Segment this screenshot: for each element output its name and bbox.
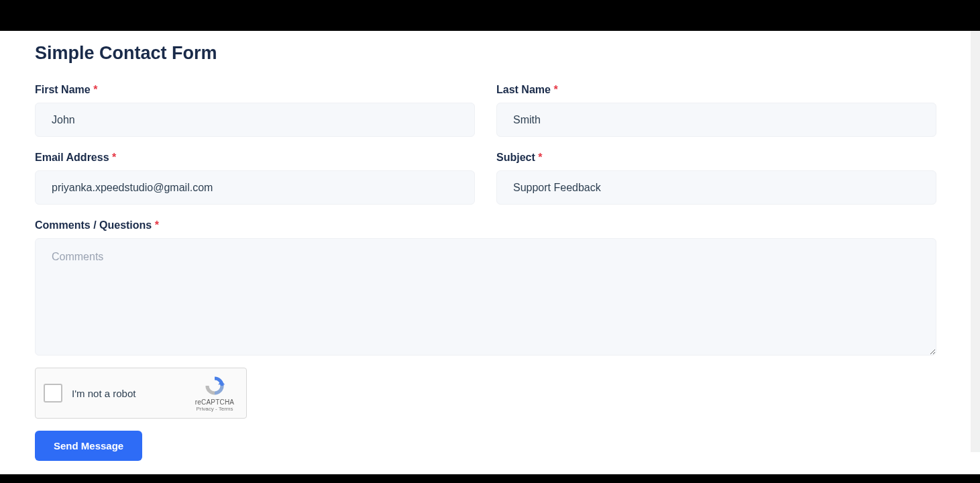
last-name-group: Last Name * xyxy=(496,84,936,137)
required-star: * xyxy=(93,84,97,95)
email-label: Email Address * xyxy=(35,152,475,164)
send-message-button[interactable]: Send Message xyxy=(35,431,142,461)
top-bar xyxy=(0,0,980,31)
recaptcha-logo-section: reCAPTCHA Privacy - Terms xyxy=(191,374,238,412)
comments-group: Comments / Questions * xyxy=(35,219,936,358)
recaptcha-icon xyxy=(203,374,226,397)
comments-label: Comments / Questions * xyxy=(35,219,936,231)
subject-label: Subject * xyxy=(496,152,936,164)
subject-label-text: Subject xyxy=(496,152,535,163)
comments-textarea[interactable] xyxy=(35,238,936,356)
form-row-1: First Name * Last Name * xyxy=(35,84,936,137)
subject-input[interactable] xyxy=(496,170,936,205)
required-star: * xyxy=(538,152,542,163)
bottom-bar xyxy=(0,474,980,483)
required-star: * xyxy=(112,152,116,163)
subject-group: Subject * xyxy=(496,152,936,205)
required-star: * xyxy=(155,219,159,231)
email-group: Email Address * xyxy=(35,152,475,205)
email-label-text: Email Address xyxy=(35,152,109,163)
last-name-label-text: Last Name xyxy=(496,84,551,95)
form-row-2: Email Address * Subject * xyxy=(35,152,936,205)
scrollbar-track[interactable] xyxy=(971,31,980,452)
recaptcha-links[interactable]: Privacy - Terms xyxy=(191,406,238,412)
recaptcha-label: I'm not a robot xyxy=(72,388,191,399)
first-name-input[interactable] xyxy=(35,103,475,137)
email-input[interactable] xyxy=(35,170,475,205)
recaptcha-widget: I'm not a robot reCAPTCHA Privacy - Term… xyxy=(35,368,247,419)
first-name-label-text: First Name xyxy=(35,84,91,95)
recaptcha-checkbox[interactable] xyxy=(44,384,62,402)
first-name-group: First Name * xyxy=(35,84,475,137)
last-name-input[interactable] xyxy=(496,103,936,137)
comments-label-text: Comments / Questions xyxy=(35,219,152,231)
required-star: * xyxy=(553,84,557,95)
recaptcha-brand: reCAPTCHA xyxy=(191,398,238,406)
main-container: Simple Contact Form First Name * Last Na… xyxy=(0,31,971,474)
last-name-label: Last Name * xyxy=(496,84,936,96)
page-title: Simple Contact Form xyxy=(35,43,936,64)
first-name-label: First Name * xyxy=(35,84,475,96)
